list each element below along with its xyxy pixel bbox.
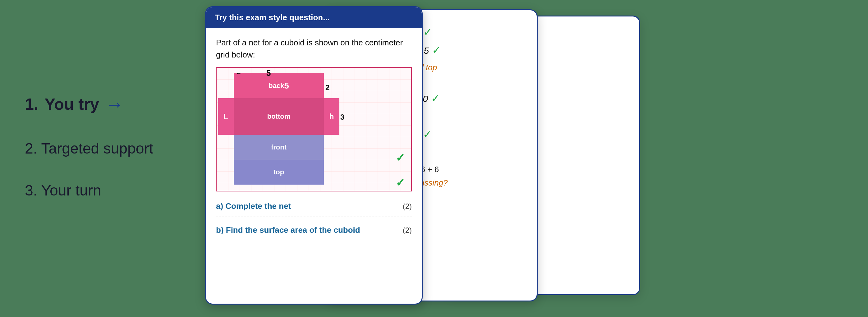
card-header: Try this exam style question... [206,7,422,28]
part-b-marks: (2) [403,226,412,235]
step-2-text: 2. Targeted support [25,140,153,157]
dim-arrow-top: ↔ [236,70,323,77]
part-b-label: b) Find the surface area of the cuboid [216,225,360,235]
part-a-row: a) Complete the net (2) [216,198,412,213]
step-1: 1. You try → [25,94,180,115]
net-top-face: top [234,160,324,185]
net-left-face: L [218,98,234,135]
part-a-label: a) Complete the net [216,201,291,211]
check-top: ✓ [396,176,405,189]
net-front-face: front [234,135,324,160]
dim-2-right: 2 [326,83,330,92]
part-a-marks: (2) [403,202,412,211]
net-back-face: back5 [234,73,324,98]
dim-3-right: 3 [340,113,344,122]
step-1-text: 1. [25,95,38,114]
step-1-label: You try [44,95,99,114]
card-body: Part of a net for a cuboid is shown on t… [206,28,422,246]
question-text: Part of a net for a cuboid is shown on t… [216,37,412,61]
part-b-row: b) Find the surface area of the cuboid (… [216,222,412,237]
step-3: 3. Your turn [25,182,180,199]
main-card: Try this exam style question... Part of … [205,6,423,305]
step-3-text: 3. Your turn [25,182,101,199]
left-section: 1. You try → 2. Targeted support 3. Your… [0,0,199,317]
step-2: 2. Targeted support [25,140,180,157]
check-front: ✓ [396,151,405,164]
step-1-arrow: → [105,94,124,115]
net-bottom-face: bottom [234,98,324,135]
net-right-face: h [324,98,339,135]
net-diagram: back5 L bottom h front top 5 ↔ 2 3 ✓ [216,67,412,191]
